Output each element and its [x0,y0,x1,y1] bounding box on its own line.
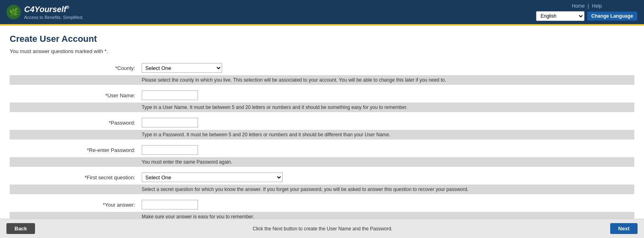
username-hint-row: Type in a User Name. It must be between … [10,103,634,112]
reenter-password-input-cell [138,143,634,157]
logo-text: C4Yourself® [24,5,83,14]
logo-sup: ® [66,5,69,10]
header-links: Home | Help [572,3,602,9]
logo-name: C4Yourself [24,5,66,14]
first-answer-label: *Your answer: [10,197,138,212]
reenter-password-row: *Re-enter Password: [10,143,634,157]
reenter-password-label: *Re-enter Password: [10,143,138,157]
first-answer-input-cell [138,197,634,212]
first-answer-input[interactable] [142,200,198,209]
link-separator: | [588,3,589,9]
help-link[interactable]: Help [592,3,602,9]
language-select[interactable]: English Spanish Chinese Vietnamese [536,11,584,21]
first-question-hint: Select a secret question for which you k… [10,185,634,194]
logo-icon: 🌿 [6,5,21,19]
header: 🌿 C4Yourself® Access to Benefits. Simpli… [0,0,644,24]
reenter-password-input[interactable] [142,145,198,155]
username-row: *User Name: [10,88,634,103]
username-hint: Type in a User Name. It must be between … [10,103,634,112]
password-input[interactable] [142,118,198,127]
language-row: English Spanish Chinese Vietnamese Chang… [536,11,638,21]
next-button[interactable]: Next [610,223,638,234]
first-question-label: *First secret question: [10,170,138,185]
required-note: You must answer questions marked with *. [10,48,634,54]
main-content: Create User Account You must answer ques… [0,26,644,238]
reenter-password-hint-row: You must enter the same Password again. [10,157,634,167]
password-input-cell [138,115,634,130]
home-link[interactable]: Home [572,3,585,9]
back-button[interactable]: Back [6,223,35,234]
change-language-button[interactable]: Change Language [587,11,638,21]
tagline: Access to Benefits. Simplified. [24,15,83,20]
header-left: 🌿 C4Yourself® Access to Benefits. Simpli… [0,0,90,24]
county-select[interactable]: Select One [142,63,222,73]
county-hint-row: Please select the county in which you li… [10,75,634,85]
first-question-hint-row: Select a secret question for which you k… [10,185,634,194]
footer-note: Click the Next button to create the User… [253,226,393,232]
county-hint: Please select the county in which you li… [10,75,634,85]
password-row: *Password: [10,115,634,130]
header-right: Home | Help English Spanish Chinese Viet… [530,0,644,24]
password-hint: Type in a Password. It must be between 5… [10,130,634,140]
password-label: *Password: [10,115,138,130]
username-input-cell [138,88,634,103]
page-title: Create User Account [10,34,634,44]
username-input[interactable] [142,90,198,100]
username-label: *User Name: [10,88,138,103]
first-question-select[interactable]: Select One [142,172,283,182]
first-question-row: *First secret question: Select One [10,170,634,185]
logo-block: C4Yourself® Access to Benefits. Simplifi… [24,5,83,20]
county-input-cell: Select One [138,61,634,75]
reenter-password-hint: You must enter the same Password again. [10,157,634,167]
county-label: *County: [10,61,138,75]
first-question-input-cell: Select One [138,170,634,185]
password-hint-row: Type in a Password. It must be between 5… [10,130,634,140]
bottom-bar: Back Click the Next button to create the… [0,219,644,238]
county-row: *County: Select One [10,61,634,75]
form-table: *County: Select One Please select the co… [10,61,634,238]
first-answer-row: *Your answer: [10,197,634,212]
